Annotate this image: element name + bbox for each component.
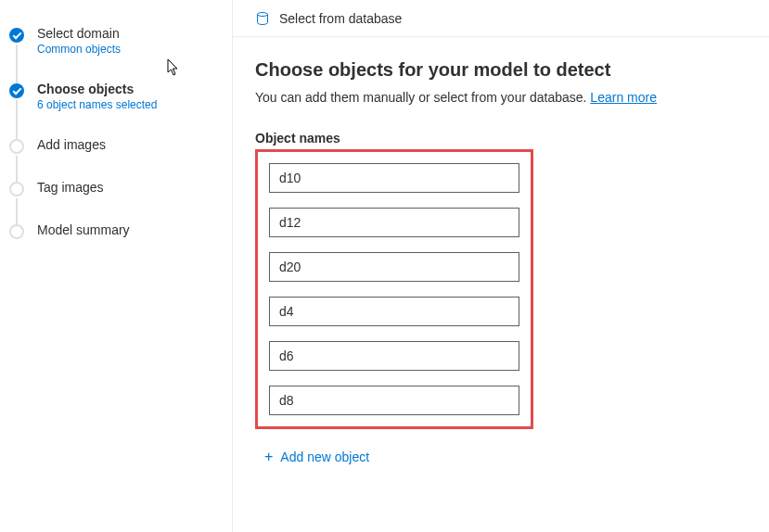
step-title: Add images bbox=[37, 137, 223, 152]
step-tag-images[interactable]: Tag images bbox=[9, 180, 223, 222]
step-title: Model summary bbox=[37, 222, 223, 237]
page-subtext: You can add them manually or select from… bbox=[255, 90, 747, 105]
select-from-database-button[interactable]: Select from database bbox=[279, 11, 402, 26]
circle-icon bbox=[9, 139, 24, 154]
svg-point-0 bbox=[258, 12, 268, 16]
step-connector bbox=[16, 198, 18, 224]
step-select-domain[interactable]: Select domain Common objects bbox=[9, 26, 223, 82]
object-name-input[interactable] bbox=[269, 208, 519, 237]
object-row bbox=[269, 297, 519, 326]
step-add-images[interactable]: Add images bbox=[9, 137, 223, 180]
step-choose-objects[interactable]: Choose objects 6 object names selected bbox=[9, 82, 223, 137]
subtext-prefix: You can add them manually or select from… bbox=[255, 90, 590, 105]
main-panel: Select from database Choose objects for … bbox=[232, 0, 769, 532]
object-name-input[interactable] bbox=[269, 341, 519, 371]
step-model-summary[interactable]: Model summary bbox=[9, 222, 223, 265]
circle-icon bbox=[9, 182, 24, 196]
database-icon bbox=[255, 11, 270, 26]
page-heading: Choose objects for your model to detect bbox=[255, 59, 747, 81]
topbar: Select from database bbox=[233, 0, 769, 37]
step-connector bbox=[16, 156, 18, 182]
learn-more-link[interactable]: Learn more bbox=[590, 90, 657, 105]
step-connector bbox=[16, 44, 18, 83]
object-row bbox=[269, 386, 519, 415]
object-name-input[interactable] bbox=[269, 163, 519, 193]
step-title: Tag images bbox=[37, 180, 223, 195]
check-icon bbox=[9, 28, 24, 43]
object-row bbox=[269, 341, 519, 371]
object-row bbox=[269, 163, 519, 193]
content-area: Choose objects for your model to detect … bbox=[233, 37, 769, 468]
add-object-row: + Add new object bbox=[255, 446, 747, 468]
check-icon bbox=[9, 83, 24, 98]
wizard-steps: Select domain Common objects Choose obje… bbox=[9, 26, 223, 265]
object-names-label: Object names bbox=[255, 131, 747, 146]
step-title: Select domain bbox=[37, 26, 223, 41]
step-subtitle: Common objects bbox=[37, 43, 223, 56]
object-row bbox=[269, 252, 519, 282]
add-new-object-button[interactable]: + Add new object bbox=[263, 446, 371, 468]
object-row bbox=[269, 208, 519, 237]
wizard-sidebar: Select domain Common objects Choose obje… bbox=[0, 0, 232, 532]
object-name-input[interactable] bbox=[269, 252, 519, 282]
add-new-object-label: Add new object bbox=[280, 450, 369, 464]
plus-icon: + bbox=[264, 450, 273, 464]
object-names-highlight-box bbox=[255, 149, 533, 429]
object-name-input[interactable] bbox=[269, 386, 519, 415]
step-connector bbox=[16, 100, 18, 139]
step-subtitle: 6 object names selected bbox=[37, 98, 223, 111]
object-name-input[interactable] bbox=[269, 297, 519, 326]
circle-icon bbox=[9, 224, 24, 239]
step-title: Choose objects bbox=[37, 82, 223, 96]
